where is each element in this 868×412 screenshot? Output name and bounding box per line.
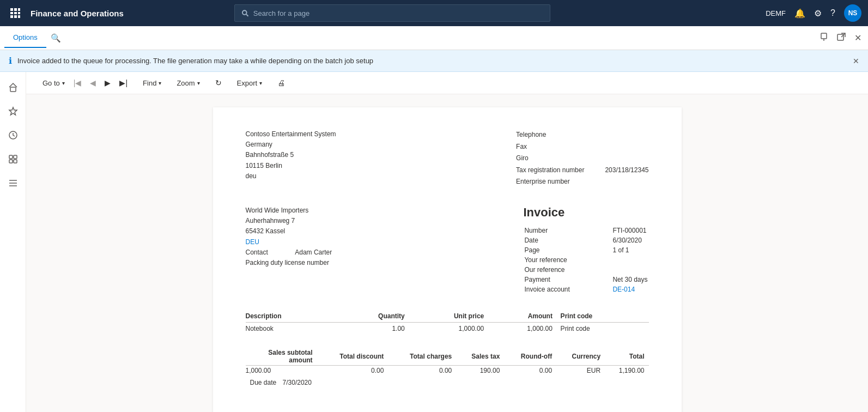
fax-label: Fax bbox=[516, 141, 603, 153]
tax-reg-label: Tax registration number bbox=[516, 165, 603, 177]
buyer-street: Auherhahnweg 7 bbox=[246, 216, 332, 226]
environment-label: DEMF bbox=[766, 9, 786, 17]
enterprise-label: Enterprise number bbox=[516, 176, 603, 188]
your-ref-label: Your reference bbox=[524, 256, 611, 264]
invoice-page-row: Page 1 of 1 bbox=[524, 246, 647, 255]
charges-value: 0.00 bbox=[388, 365, 456, 375]
next-page-button[interactable]: ▶ bbox=[101, 76, 114, 89]
goto-group: Go to ▾ |◀ ◀ ▶ ▶| bbox=[39, 76, 131, 89]
print-button[interactable]: 🖨 bbox=[274, 76, 288, 89]
col-print-code: Print code bbox=[557, 310, 649, 323]
svg-rect-2 bbox=[18, 8, 20, 11]
discount-value: 0.00 bbox=[317, 365, 389, 375]
report-toolbar: Go to ▾ |◀ ◀ ▶ ▶| Find ▾ Zoom ▾ bbox=[26, 72, 868, 94]
sidebar-item-workspace[interactable] bbox=[2, 148, 24, 170]
svg-rect-21 bbox=[14, 160, 17, 163]
search-bar[interactable] bbox=[234, 4, 550, 22]
info-banner-close-button[interactable]: ✕ bbox=[853, 57, 859, 65]
total-value: 1,190.00 bbox=[605, 365, 648, 375]
invoice-document: Contoso Entertainment System Germany Bah… bbox=[213, 107, 682, 412]
number-value: FTI-000001 bbox=[612, 226, 647, 235]
buyer-company: World Wide Importers bbox=[246, 205, 332, 216]
settings-icon[interactable]: ⚙ bbox=[814, 8, 822, 19]
svg-point-9 bbox=[242, 10, 247, 15]
telephone-label: Telephone bbox=[516, 129, 603, 141]
goto-button[interactable]: Go to ▾ bbox=[39, 77, 68, 89]
date-value: 6/30/2020 bbox=[612, 236, 647, 245]
invoice-account-value[interactable]: DE-014 bbox=[612, 285, 647, 294]
seller-contact-info: Telephone Fax Giro Tax registration numb… bbox=[516, 129, 648, 188]
sidebar bbox=[0, 72, 26, 412]
due-date-row: Due date 7/30/2020 bbox=[246, 379, 649, 386]
export-chevron-icon: ▾ bbox=[259, 80, 262, 86]
totals-section: Sales subtotalamount Total discount Tota… bbox=[246, 348, 649, 386]
col-total: Total bbox=[605, 348, 648, 366]
payment-value: Net 30 days bbox=[612, 275, 647, 284]
find-button[interactable]: Find ▾ bbox=[139, 77, 165, 89]
seller-country: Germany bbox=[246, 140, 336, 150]
col-description: Description bbox=[246, 310, 338, 323]
item-amount: 1,000.00 bbox=[488, 322, 557, 335]
invoice-date-row: Date 6/30/2020 bbox=[524, 236, 647, 245]
payment-row: Payment Net 30 days bbox=[524, 275, 647, 284]
main-content: Go to ▾ |◀ ◀ ▶ ▶| Find ▾ Zoom ▾ bbox=[26, 72, 868, 412]
sidebar-item-list[interactable] bbox=[2, 172, 24, 194]
info-icon: ℹ bbox=[9, 56, 12, 66]
search-icon bbox=[241, 9, 248, 17]
sidebar-item-home[interactable] bbox=[2, 76, 24, 98]
col-subtotal-amount: Sales subtotalamount bbox=[246, 348, 317, 366]
svg-line-10 bbox=[246, 14, 248, 16]
user-avatar[interactable]: NS bbox=[844, 4, 861, 22]
popout-button[interactable] bbox=[835, 31, 848, 46]
line-items-section: Description Quantity Unit price Amount P… bbox=[246, 310, 649, 335]
enterprise-row: Enterprise number bbox=[516, 176, 648, 188]
invoice-number-row: Number FTI-000001 bbox=[524, 226, 647, 235]
close-tab-button[interactable]: ✕ bbox=[852, 31, 864, 45]
invoice-account-label: Invoice account bbox=[524, 285, 611, 294]
svg-rect-15 bbox=[10, 87, 16, 92]
item-unit-price: 1,000.00 bbox=[409, 322, 489, 335]
export-button[interactable]: Export ▾ bbox=[234, 77, 266, 89]
svg-rect-1 bbox=[14, 8, 17, 11]
col-unit-price: Unit price bbox=[409, 310, 489, 323]
buyer-info: World Wide Importers Auherhahnweg 7 6543… bbox=[246, 205, 332, 295]
tabbar: Options 🔍 ✕ bbox=[0, 26, 868, 50]
col-total-discount: Total discount bbox=[317, 348, 389, 366]
line-items-header-row: Description Quantity Unit price Amount P… bbox=[246, 310, 649, 323]
find-group: Find ▾ bbox=[139, 77, 165, 89]
telephone-row: Telephone bbox=[516, 129, 648, 141]
currency-value: EUR bbox=[556, 365, 605, 375]
search-input[interactable] bbox=[253, 9, 544, 17]
buyer-city: 65432 Kassel bbox=[246, 226, 332, 237]
help-icon[interactable]: ? bbox=[830, 8, 835, 18]
refresh-button[interactable]: ↻ bbox=[212, 76, 225, 89]
round-off-value: 0.00 bbox=[504, 365, 556, 375]
sidebar-item-favorites[interactable] bbox=[2, 100, 24, 122]
item-print-code: Print code bbox=[557, 322, 649, 335]
last-page-button[interactable]: ▶| bbox=[116, 76, 131, 89]
svg-rect-7 bbox=[14, 15, 17, 18]
buyer-contact-value: Adam Carter bbox=[295, 249, 332, 256]
giro-label: Giro bbox=[516, 153, 603, 165]
date-label: Date bbox=[524, 236, 611, 245]
pin-button[interactable] bbox=[817, 31, 830, 46]
prev-page-button[interactable]: ◀ bbox=[87, 76, 99, 89]
waffle-menu-button[interactable] bbox=[7, 4, 24, 22]
item-description: Notebook bbox=[246, 322, 338, 335]
tab-options[interactable]: Options bbox=[4, 28, 46, 48]
col-round-off: Round-off bbox=[504, 348, 556, 366]
totals-table: Sales subtotalamount Total discount Tota… bbox=[246, 348, 649, 375]
svg-rect-6 bbox=[10, 15, 13, 18]
sidebar-item-recent[interactable] bbox=[2, 124, 24, 146]
notifications-icon[interactable]: 🔔 bbox=[794, 8, 805, 19]
seller-info: Contoso Entertainment System Germany Bah… bbox=[246, 129, 336, 188]
totals-data-row: 1,000.00 0.00 0.00 190.00 0.00 EUR 1,190… bbox=[246, 365, 649, 375]
zoom-button[interactable]: Zoom ▾ bbox=[173, 77, 203, 89]
tax-reg-value: 203/118/12345 bbox=[605, 166, 648, 174]
number-label: Number bbox=[524, 226, 611, 235]
buyer-country-link[interactable]: DEU bbox=[246, 237, 332, 247]
first-page-button[interactable]: |◀ bbox=[70, 76, 85, 89]
due-date-label: Due date bbox=[250, 379, 277, 386]
main-layout: Go to ▾ |◀ ◀ ▶ ▶| Find ▾ Zoom ▾ bbox=[0, 72, 868, 412]
tab-search-icon[interactable]: 🔍 bbox=[51, 33, 61, 43]
